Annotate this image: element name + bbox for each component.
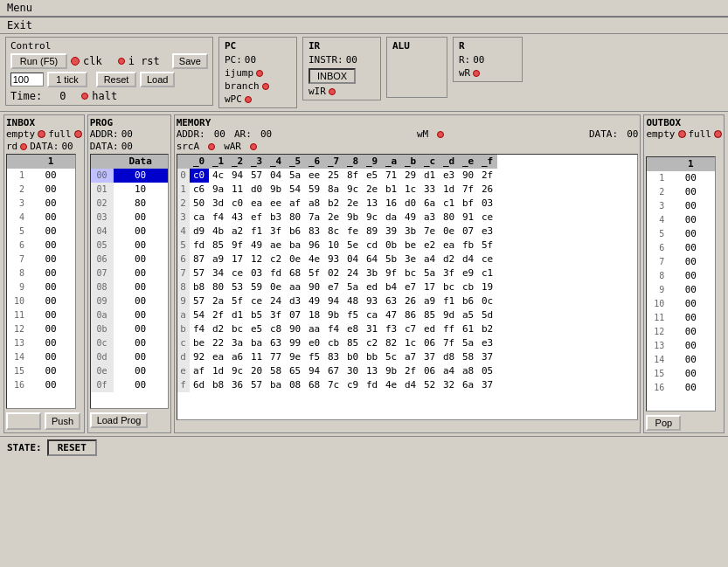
table-row[interactable]: 3caf443efb3807a2e9b9cda49a38091ce bbox=[177, 211, 497, 225]
inbox-ir-button[interactable]: INBOX bbox=[309, 68, 356, 84]
table-row[interactable]: 75734ce03fd685f02243b9fbc5a3fe9c1 bbox=[177, 266, 497, 280]
exit-button[interactable]: Exit bbox=[7, 19, 32, 31]
prog-table-wrap[interactable]: Data 00000110028003000400050006000700080… bbox=[90, 154, 169, 409]
list-item[interactable]: 300 bbox=[647, 199, 715, 213]
table-row[interactable]: d92eaa611779ef583b0bb5ca737d85837 bbox=[177, 350, 497, 364]
prog-panel: PROG ADDR: 00 DATA: 00 Data 000001100280… bbox=[87, 114, 171, 433]
load-prog-button[interactable]: Load Prog bbox=[90, 412, 149, 428]
list-item[interactable]: 100 bbox=[647, 171, 715, 185]
list-item[interactable]: 0a00 bbox=[91, 308, 168, 322]
table-row[interactable]: 8b88053590eaa90e75aedb4e717bccb19 bbox=[177, 280, 497, 294]
wir-label: wIR bbox=[309, 86, 326, 97]
list-item[interactable]: 0800 bbox=[91, 280, 168, 294]
list-item[interactable]: 0280 bbox=[91, 197, 168, 211]
mem-col-header: _7 bbox=[324, 155, 343, 169]
save-button[interactable]: Save bbox=[172, 53, 208, 69]
table-row[interactable]: 0c04c9457045aee258fe57129d1e3902f bbox=[177, 169, 497, 183]
list-item[interactable]: 0e00 bbox=[91, 364, 168, 378]
run-button[interactable]: Run (F5) bbox=[10, 53, 67, 69]
wr-led bbox=[473, 70, 480, 77]
mem-col-header: _8 bbox=[343, 155, 363, 169]
list-item[interactable]: 0600 bbox=[91, 252, 168, 266]
list-item[interactable]: 900 bbox=[7, 280, 75, 294]
list-item[interactable]: 1400 bbox=[7, 350, 75, 364]
table-row[interactable]: eaf1d9c205865946730139b2f06a4a805 bbox=[177, 364, 497, 378]
load-button[interactable]: Load bbox=[140, 72, 175, 87]
list-item[interactable]: 700 bbox=[7, 252, 75, 266]
list-item[interactable]: 200 bbox=[647, 185, 715, 199]
list-item[interactable]: 1600 bbox=[647, 381, 715, 395]
list-item[interactable]: 500 bbox=[647, 227, 715, 241]
inbox-rd-label: rd bbox=[6, 141, 17, 152]
table-row[interactable]: 9572a5fce24d3499448936326a9f1b60c bbox=[177, 294, 497, 308]
list-item[interactable]: 300 bbox=[7, 197, 75, 211]
list-item[interactable]: 0c00 bbox=[91, 336, 168, 350]
outbox-table-wrap[interactable]: 1 10020030040050060070080090010001100120… bbox=[646, 156, 716, 411]
pc-panel: PC PC: 00 ijump branch wPC bbox=[218, 37, 297, 108]
table-row[interactable]: 2503dc0eaeeafa8b22e1316d06ac1bf03 bbox=[177, 197, 497, 211]
list-item[interactable]: 0d00 bbox=[91, 350, 168, 364]
list-item[interactable]: 0b00 bbox=[91, 322, 168, 336]
tick-button[interactable]: 1 tick bbox=[47, 72, 87, 87]
table-row[interactable]: 1c69a11d09b54598a9c2eb11c331d7f26 bbox=[177, 183, 497, 197]
list-item[interactable]: 600 bbox=[647, 241, 715, 255]
table-row[interactable]: 687a91712c20e4e9304645b3ea4d2d4ce bbox=[177, 252, 497, 266]
list-item[interactable]: 0110 bbox=[91, 183, 168, 197]
pop-button[interactable]: Pop bbox=[646, 415, 681, 431]
list-item[interactable]: 500 bbox=[7, 225, 75, 239]
list-item[interactable]: 1500 bbox=[647, 367, 715, 381]
list-item[interactable]: 1200 bbox=[7, 322, 75, 336]
list-item[interactable]: 200 bbox=[7, 183, 75, 197]
r-label: R: bbox=[459, 54, 470, 66]
wir-led bbox=[329, 88, 336, 95]
list-item[interactable]: 900 bbox=[647, 283, 715, 297]
exit-bar: Exit bbox=[0, 17, 728, 34]
list-item[interactable]: 1300 bbox=[7, 336, 75, 350]
list-item[interactable]: 0f00 bbox=[91, 378, 168, 392]
list-item[interactable]: 1000 bbox=[7, 294, 75, 308]
list-item[interactable]: 800 bbox=[7, 266, 75, 280]
reset-button[interactable]: Reset bbox=[96, 72, 136, 87]
list-item[interactable]: 1100 bbox=[7, 308, 75, 322]
table-row[interactable]: f6db83657ba08687cc9fd4ed452326a37 bbox=[177, 378, 497, 392]
mem-war-label: wAR bbox=[224, 141, 241, 152]
list-item[interactable]: 0900 bbox=[91, 294, 168, 308]
list-item[interactable]: 600 bbox=[7, 239, 75, 252]
list-item[interactable]: 100 bbox=[7, 169, 75, 183]
inbox-full-label: full bbox=[48, 128, 72, 140]
table-row[interactable]: 5fd859f49aeba96105ecd0bbee2eafb5f bbox=[177, 239, 497, 252]
inbox-table: 1 10020030040050060070080090010001100120… bbox=[7, 155, 75, 392]
list-item[interactable]: 1500 bbox=[7, 364, 75, 378]
list-item[interactable]: 400 bbox=[647, 213, 715, 227]
mem-ar-label: AR: bbox=[234, 128, 252, 140]
list-item[interactable]: 1300 bbox=[647, 339, 715, 353]
list-item[interactable]: 1600 bbox=[7, 378, 75, 392]
list-item[interactable]: 1400 bbox=[647, 353, 715, 367]
memory-table-wrap[interactable]: _0_1_2_3_4_5_6_7_8_9_a_b_c_d_e_f 0c04c94… bbox=[177, 154, 639, 420]
list-item[interactable]: 0500 bbox=[91, 239, 168, 252]
table-row[interactable]: cbe223aba6399e0cb85c2821c067f5ae3 bbox=[177, 336, 497, 350]
list-item[interactable]: 0300 bbox=[91, 211, 168, 225]
list-item[interactable]: 800 bbox=[647, 269, 715, 283]
instr-label: INSTR: bbox=[309, 54, 343, 66]
mem-col-header: _b bbox=[401, 155, 420, 169]
tick-count-input[interactable] bbox=[10, 73, 44, 86]
mem-srca-led bbox=[208, 143, 215, 150]
list-item[interactable]: 0700 bbox=[91, 266, 168, 280]
list-item[interactable]: 0400 bbox=[91, 225, 168, 239]
table-row[interactable]: a542fd1b53f07189bf5ca4786859da55d bbox=[177, 308, 497, 322]
list-item[interactable]: 0000 bbox=[91, 169, 168, 183]
list-item[interactable]: 1000 bbox=[647, 297, 715, 311]
list-item[interactable]: 1200 bbox=[647, 325, 715, 339]
r-value: 00 bbox=[473, 54, 484, 66]
mem-col-header: _6 bbox=[305, 155, 324, 169]
menu-title[interactable]: Menu bbox=[3, 1, 36, 15]
list-item[interactable]: 1100 bbox=[647, 311, 715, 325]
list-item[interactable]: 400 bbox=[7, 211, 75, 225]
table-row[interactable]: bf4d2bce5c890aaf4e831f3c7edff61b2 bbox=[177, 322, 497, 336]
table-row[interactable]: 4d94ba2f13fb6838cfe89393b7e0e07e3 bbox=[177, 225, 497, 239]
inbox-table-wrap[interactable]: 1 10020030040050060070080090010001100120… bbox=[6, 154, 76, 409]
push-button[interactable]: Push bbox=[45, 412, 80, 430]
list-item[interactable]: 700 bbox=[647, 255, 715, 269]
inbox-small-btn[interactable] bbox=[6, 412, 41, 430]
